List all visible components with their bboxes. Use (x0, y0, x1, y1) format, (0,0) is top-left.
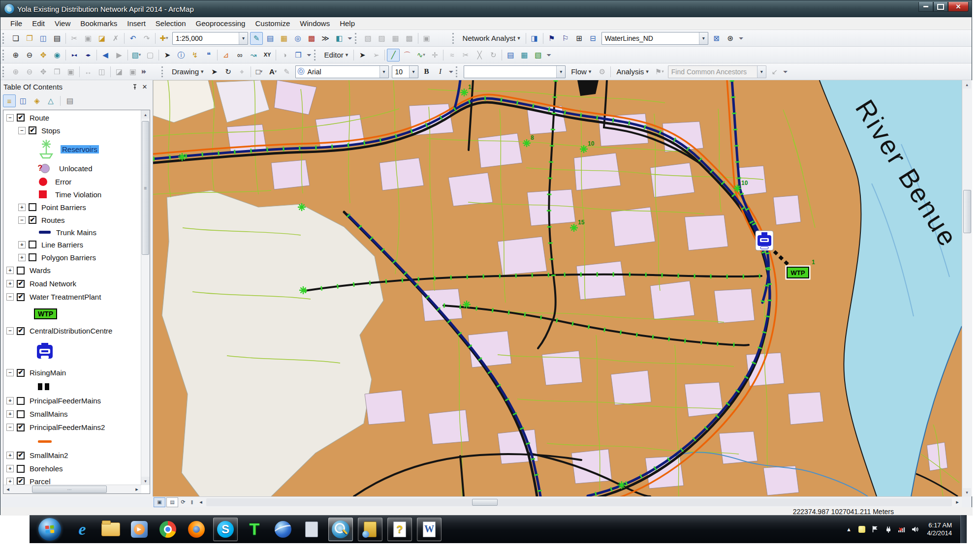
show-desktop-button[interactable] (960, 515, 967, 543)
rotate-tool-button[interactable]: ↻ (487, 49, 500, 61)
checkbox[interactable] (29, 216, 36, 224)
toolbar-overflow-icon[interactable]: ⏷ (348, 35, 351, 42)
drawing-menu[interactable]: Drawing▾ (168, 66, 208, 77)
scroll-up-icon[interactable]: ▴ (963, 80, 971, 89)
toc-symbol-unlocated[interactable]: ? Unlocated (3, 161, 141, 175)
toc-symbol-reservoirs[interactable]: Reservoirs (3, 137, 141, 161)
scroll-down-icon[interactable]: ▾ (141, 477, 150, 485)
toc-layer-point-barriers[interactable]: Point Barriers (3, 201, 141, 214)
taskbar-internet-explorer[interactable]: e (70, 518, 94, 541)
cut-button[interactable]: ✂ (68, 32, 81, 45)
go-to-xy-button[interactable]: XY (261, 49, 274, 61)
map-vertical-scrollbar[interactable]: ▴ ▾ (962, 80, 972, 496)
expand-icon[interactable] (6, 410, 14, 418)
italic-button[interactable]: I (434, 65, 447, 78)
checkbox[interactable] (29, 253, 36, 261)
delete-button[interactable]: ✗ (109, 32, 122, 45)
toc-layer-routes[interactable]: Routes (3, 214, 141, 226)
expand-icon[interactable] (6, 397, 14, 404)
directions-window-button[interactable]: ⊟ (587, 32, 600, 45)
taskbar-arccatalog[interactable] (358, 518, 382, 541)
toc-vertical-scrollbar[interactable]: ▴ ≡ ▾ (141, 110, 150, 485)
go-forward-extent-button[interactable]: ▶ (113, 49, 126, 61)
menu-file[interactable]: File (5, 18, 27, 29)
network-analyst-menu[interactable]: Network Analyst▾ (459, 32, 524, 44)
font-combo[interactable]: Ⓞ Arial ▾ (295, 65, 389, 78)
expand-icon[interactable] (18, 204, 26, 211)
speaker-icon[interactable] (911, 525, 919, 534)
collapse-icon[interactable] (18, 127, 26, 134)
collapse-icon[interactable] (6, 114, 14, 122)
modelbuilder-button[interactable]: ◧ (333, 32, 346, 45)
scroll-right-icon[interactable]: ▸ (132, 485, 141, 494)
menu-geoprocessing[interactable]: Geoprocessing (191, 18, 251, 29)
taskbar-chrome[interactable] (156, 518, 180, 541)
expand-icon[interactable] (6, 465, 14, 472)
html-popup-button[interactable]: ❝ (202, 49, 215, 61)
straight-segment-button[interactable]: ╱ (387, 49, 400, 61)
taskbar-firefox[interactable] (185, 518, 208, 541)
taskbar-word[interactable]: W (417, 518, 442, 541)
toc-symbol-trunk-mains[interactable]: Trunk Mains (3, 226, 141, 238)
sketch-properties-button[interactable]: ▦ (518, 49, 531, 61)
fixed-zoom-out-button[interactable]: ◂▸ (82, 49, 95, 61)
checkbox[interactable] (17, 369, 25, 377)
collapse-icon[interactable] (18, 216, 26, 224)
disabled-tool-2-button[interactable]: ▨ (376, 32, 388, 45)
network-identify-button[interactable]: ⊠ (710, 32, 723, 45)
paste-button[interactable]: ◪ (95, 32, 108, 45)
measure-button[interactable]: ⊿ (220, 49, 232, 61)
toc-layer-boreholes[interactable]: Boreholes (3, 462, 141, 475)
toc-layer-route[interactable]: Route (3, 111, 141, 124)
network-analyst-window-button[interactable]: ◨ (528, 32, 541, 45)
checkbox[interactable] (29, 241, 36, 248)
select-elements-button[interactable]: ➤ (161, 49, 174, 61)
layout-zoom-out-button[interactable]: ⊖ (23, 65, 36, 78)
pan-button[interactable]: ✥ (37, 49, 50, 61)
expand-icon[interactable] (18, 254, 26, 261)
list-by-drawing-order-button[interactable]: ≡ (3, 94, 16, 107)
toolbar-overflow-icon[interactable]: ⏷ (783, 68, 787, 75)
layout-pan-button[interactable]: ✥ (37, 65, 50, 78)
add-data-button[interactable]: ✚▾ (158, 32, 170, 45)
scrollbar-thumb[interactable] (472, 499, 498, 506)
close-button[interactable]: ✕ (948, 2, 969, 12)
trace-button[interactable]: ∿▾ (414, 49, 427, 61)
toc-symbol-cdc[interactable] (3, 337, 141, 366)
identify-button[interactable]: ⓘ (175, 49, 188, 61)
collapse-icon[interactable] (6, 293, 14, 301)
scroll-right-icon[interactable]: ▸ (953, 498, 962, 507)
taskbar-arcgis-help[interactable]: ? (387, 518, 412, 541)
checkbox[interactable] (17, 327, 25, 335)
copy-button[interactable]: ▣ (82, 32, 95, 45)
redo-button[interactable]: ↷ (140, 32, 153, 45)
chevron-down-icon[interactable]: ▾ (409, 66, 418, 78)
scroll-down-icon[interactable]: ▾ (963, 488, 971, 496)
menu-insert[interactable]: Insert (122, 18, 151, 29)
layout-view-button[interactable]: ▤ (166, 497, 178, 507)
analysis-flag-button[interactable]: ⚑▾ (653, 65, 666, 78)
layout-prev-button[interactable]: ◫ (95, 65, 108, 78)
zoom-to-selected-button[interactable]: ⌖ (236, 65, 249, 78)
print-button[interactable]: ▤ (51, 32, 63, 45)
scrollbar-thumb[interactable]: ≡ (142, 121, 149, 255)
zoom-out-button[interactable]: ⊖ (23, 49, 36, 61)
map-canvas[interactable]: River Benue (153, 80, 962, 496)
chevron-down-icon[interactable]: ▾ (379, 66, 388, 78)
menu-help[interactable]: Help (335, 18, 360, 29)
select-network-location-button[interactable]: ⚐ (559, 32, 572, 45)
toc-layer-parcel[interactable]: Parcel (3, 475, 141, 485)
rotate-button[interactable]: ↻ (222, 65, 235, 78)
toc-layer-polygon-barriers[interactable]: Polygon Barriers (3, 251, 141, 264)
build-network-button[interactable]: ⊞ (573, 32, 586, 45)
taskbar-media-player[interactable]: ▶ (127, 518, 151, 541)
expand-icon[interactable] (6, 452, 14, 459)
edit-annotation-button[interactable]: ➢ (370, 49, 382, 61)
checkbox[interactable] (17, 397, 25, 405)
toc-layer-stops[interactable]: Stops (3, 124, 141, 137)
taskbar-google-earth[interactable] (271, 518, 295, 541)
pause-drawing-button[interactable]: ‖ (188, 498, 196, 507)
taskbar-calculator[interactable] (300, 518, 323, 541)
taskbar-skype[interactable]: S (213, 518, 238, 541)
shape-tool-button[interactable]: □▾ (253, 65, 266, 78)
